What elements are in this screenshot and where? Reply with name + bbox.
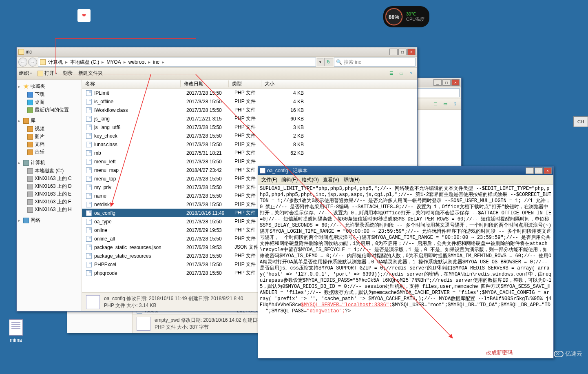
file-icon: [86, 270, 92, 276]
notepad-content[interactable]: $UPLOAD_LIMIT_TYPE="php,php3,php4,php5,"…: [258, 185, 553, 358]
back-button[interactable]: ←: [18, 58, 27, 67]
breadcrumb[interactable]: 计算机▸ 本地磁盘 (C:)▸ MYOA▸ webroot▸ inc▸: [38, 58, 316, 67]
open-menu[interactable]: 打开▾: [38, 70, 57, 77]
menu-help[interactable]: 帮助(H): [342, 176, 362, 184]
maximize-button[interactable]: □: [398, 49, 407, 55]
memory-percent: 88%: [385, 8, 403, 26]
file-icon: [86, 90, 92, 96]
file-icon: [86, 133, 92, 139]
menu-format[interactable]: 格式(O): [300, 176, 320, 184]
titlebar[interactable]: inc _ □ ×: [17, 47, 417, 56]
file-icon: [86, 142, 92, 147]
desktop-icon: [27, 100, 33, 105]
minimize-button[interactable]: _: [433, 79, 442, 86]
file-row[interactable]: is_offline2017/3/28 15:50PHP 文件4 KB: [82, 97, 417, 106]
search-input[interactable]: 🔍 搜索 inc: [334, 58, 416, 67]
organize-menu[interactable]: 组织▾: [19, 70, 32, 77]
preview-button[interactable]: ▭: [442, 100, 449, 108]
preview-button[interactable]: ▭: [398, 70, 405, 77]
maximize-button[interactable]: □: [442, 79, 451, 86]
cpu-temp-label: CPU温度: [406, 17, 424, 22]
file-icon: [86, 253, 92, 259]
network-icon: [23, 218, 29, 223]
password-annotation: 改成新密码: [486, 349, 513, 356]
file-row[interactable]: key_check2017/3/28 15:50PHP 文件2 KB: [82, 131, 417, 140]
cpu-temp: 30℃: [406, 11, 424, 17]
highlighted-mysql-pass: "dingweitao";: [307, 308, 345, 314]
help-button[interactable]: ?: [407, 70, 415, 77]
file-row[interactable]: lunar.class2017/3/28 15:50PHP 文件8 KB: [82, 140, 417, 149]
performance-widget: 88% 30℃ CPU温度: [383, 6, 429, 27]
file-row[interactable]: IPLimit2017/3/28 15:50PHP 文件4 KB: [82, 89, 417, 97]
file-icon: [137, 317, 150, 331]
close-button[interactable]: ×: [407, 49, 416, 55]
menu-edit[interactable]: 编辑(E): [280, 176, 299, 184]
file-icon: [86, 210, 92, 216]
computer-icon: [23, 160, 29, 166]
titlebar[interactable]: oa_config - 记事本 _ □ ×: [258, 166, 553, 175]
address-bar: ← → 计算机▸ 本地磁盘 (C:)▸ MYOA▸ webroot▸ inc▸ …: [17, 56, 417, 68]
desktop-file-mima[interactable]: mima: [6, 319, 26, 343]
download-icon: [27, 92, 33, 98]
text-file-icon: [9, 319, 23, 336]
tshirt-icon: ❤: [77, 9, 91, 22]
file-icon: [86, 202, 92, 207]
close-button[interactable]: ×: [544, 167, 552, 174]
library-icon: [23, 118, 29, 124]
file-icon: [86, 219, 92, 225]
file-icon: [86, 150, 92, 156]
watermark: 亿速云: [554, 350, 582, 358]
address-dropdown[interactable]: ▾: [317, 58, 323, 66]
notepad-icon: [260, 168, 265, 174]
file-icon: [86, 99, 92, 105]
toolbar: 组织▾ 打开▾ 刻录 新建文件夹 ☰ ▭ ?: [17, 68, 417, 79]
ime-indicator[interactable]: CH: [573, 116, 588, 127]
file-row[interactable]: js_lang2017/12/21 3:15PHP 文件60 KB: [82, 114, 417, 123]
file-icon: [86, 107, 92, 113]
menu-file[interactable]: 文件(F): [260, 176, 279, 184]
file-icon: [86, 245, 92, 250]
open-icon: [38, 71, 43, 76]
file-icon: [86, 227, 92, 233]
file-icon: [86, 295, 100, 309]
watermark-logo-icon: [554, 351, 564, 357]
refresh-button[interactable]: ↻: [324, 58, 333, 66]
column-headers[interactable]: 名称 修改日期 类型 大小: [82, 80, 417, 89]
file-row[interactable]: js_lang_utf82017/3/28 15:50PHP 文件3 KB: [82, 123, 417, 131]
file-icon: [86, 262, 92, 267]
new-folder-button[interactable]: 新建文件夹: [78, 70, 103, 77]
help-button[interactable]: ?: [451, 100, 459, 108]
star-icon: [23, 84, 29, 89]
views-button[interactable]: ☰: [432, 100, 439, 108]
recent-icon: [27, 107, 33, 113]
menu-bar[interactable]: 文件(F) 编辑(E) 格式(O) 查看(V) 帮助(H): [258, 175, 553, 185]
window-title: oa_config - 记事本: [267, 167, 307, 174]
highlighted-mysql-server: $MYSQL_SERVER="localhost:3336";: [301, 302, 392, 308]
folder-icon: [18, 49, 24, 55]
folder-icon: [40, 59, 46, 65]
maximize-button[interactable]: □: [535, 167, 543, 174]
views-button[interactable]: ☰: [388, 70, 395, 77]
drive-icon: [27, 168, 33, 174]
file-row[interactable]: menu_left2017/3/28 15:50PHP 文件: [82, 157, 417, 166]
file-icon: [86, 125, 92, 130]
minimize-button[interactable]: _: [389, 49, 398, 55]
file-icon: [86, 193, 92, 199]
file-icon: [86, 236, 92, 242]
minimize-button[interactable]: _: [526, 167, 534, 174]
window-title: inc: [26, 49, 32, 55]
notepad-window: oa_config - 记事本 _ □ × 文件(F) 编辑(E) 格式(O) …: [258, 166, 554, 358]
file-icon: [86, 185, 92, 190]
file-row[interactable]: mb2017/5/31 18:21PHP 文件62 KB: [82, 149, 417, 157]
file-icon: [86, 176, 92, 182]
burn-menu[interactable]: 刻录: [63, 70, 73, 77]
forward-button[interactable]: →: [28, 58, 37, 67]
file-icon: [86, 159, 92, 165]
menu-view[interactable]: 查看(V): [321, 176, 341, 184]
file-icon: [86, 116, 92, 122]
nav-pane[interactable]: ▸收藏夹 下载 桌面 最近访问的位置 ▸库 视频 图片 文档 音乐 ▸计算机 本…: [17, 80, 82, 311]
file-icon: [86, 167, 92, 173]
file-row[interactable]: IWorkflow.class2017/3/28 15:50PHP 文件16 K…: [82, 106, 417, 114]
close-button[interactable]: ×: [451, 79, 460, 86]
